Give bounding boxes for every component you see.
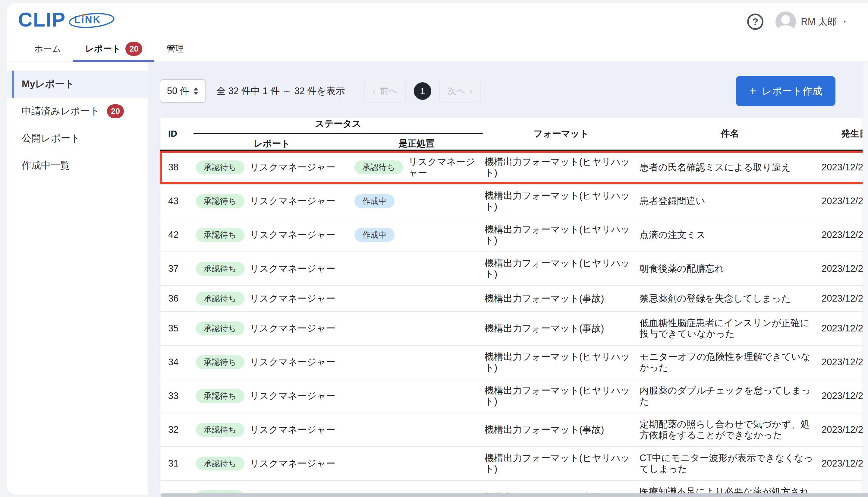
user-menu[interactable]: RM 太郎 ▼ [776, 12, 848, 32]
vertical-scrollbar-track[interactable] [863, 62, 868, 497]
cell-id: 37 [160, 258, 193, 280]
page-size-select[interactable]: 50 件 [160, 79, 206, 103]
cell-report-status: 承認待ち リスクマネージャー [193, 256, 350, 281]
sidebar-item-badge: 20 [107, 104, 124, 118]
help-icon[interactable]: ? [747, 14, 763, 30]
col-header-subject: 件名 [639, 128, 820, 140]
col-header-action: 是正処置 [350, 138, 483, 150]
app-header: CLIP LiNK ? RM 太郎 ▼ ホーム レポート 20 管理 [7, 3, 868, 62]
report-table-inner: ID ステータス レポート 是正処置 フォーマット 件名 発生日 38 承認待ち… [160, 118, 863, 493]
sidebar-item[interactable]: 作成中一覧 [7, 152, 148, 179]
cell-date: 2023/12/28 [820, 156, 863, 179]
action-actor: リスクマネージャー [408, 157, 483, 178]
prev-page-button[interactable]: ‹ 前へ [364, 80, 406, 102]
cell-subject: 内服薬のダブルチェックを怠ってしまった [639, 379, 820, 413]
table-row[interactable]: 31 承認待ち リスクマネージャー 機構出力フォーマット(ヒヤリハット) CT中… [160, 446, 863, 480]
table-row[interactable]: 42 承認待ち リスクマネージャー 作成中 機構出力フォーマット(ヒヤリハット)… [160, 218, 863, 252]
app-logo[interactable]: CLIP LiNK [18, 10, 116, 30]
sidebar-item-label: 作成中一覧 [22, 159, 70, 172]
nav-tab[interactable]: 管理 [154, 36, 196, 62]
logo-link-wrap: LiNK [68, 12, 116, 28]
cell-report-status: 承認待ち リスクマネージャー [193, 155, 350, 180]
cell-id: 33 [160, 385, 193, 407]
report-actor: リスクマネージャー [250, 162, 336, 173]
cell-date: 2023/12/28 [820, 418, 863, 441]
cell-id: 42 [160, 224, 193, 246]
report-actor: リスクマネージャー [250, 458, 336, 469]
cell-date: 2023/12/28 [820, 224, 863, 246]
cell-id: 43 [160, 190, 193, 212]
table-row[interactable]: 43 承認待ち リスクマネージャー 作成中 機構出力フォーマット(ヒヤリハット)… [160, 184, 863, 218]
cell-subject: 医療知識不足により必要な薬が処方されなかった [639, 481, 820, 493]
table-row[interactable]: 30 承認待ち リスクマネージャー 機構出力フォーマット(事故) 医療知識不足に… [160, 480, 863, 493]
cell-report-status: 承認待ち リスクマネージャー [193, 188, 350, 214]
current-page-button[interactable]: 1 [414, 82, 431, 100]
table-row[interactable]: 37 承認待ち リスクマネージャー 機構出力フォーマット(ヒヤリハット) 朝食後… [160, 252, 863, 285]
table-row[interactable]: 38 承認待ち リスクマネージャー 承認待ち リスクマネージャー 機構出力フォー… [160, 151, 863, 184]
table-row[interactable]: 34 承認待ち リスクマネージャー 機構出力フォーマット(ヒヤリハット) モニタ… [160, 345, 863, 379]
cell-report-status: 承認待ち リスクマネージャー [193, 316, 350, 341]
report-status-badge: 承認待ち [196, 292, 245, 306]
action-status-badge: 作成中 [354, 194, 395, 208]
report-status-badge: 承認待ち [196, 355, 245, 369]
nav-tab-label: ホーム [34, 43, 61, 55]
user-name: RM 太郎 [801, 15, 837, 28]
cell-subject: 患者登録間違い [639, 190, 820, 212]
cell-format: 機構出力フォーマット(事故) [483, 418, 639, 441]
nav-tab-badge: 20 [126, 42, 142, 56]
cell-action-status: 作成中 [350, 188, 483, 214]
report-status-badge: 承認待ち [196, 423, 245, 437]
sidebar-item[interactable]: 申請済みレポート 20 [7, 98, 148, 125]
cell-action-status [350, 390, 483, 402]
cell-date: 2023/12/28 [820, 190, 863, 212]
table-row[interactable]: 35 承認待ち リスクマネージャー 機構出力フォーマット(事故) 低血糖性脳症患… [160, 311, 863, 345]
cell-date: 2023/12/28 [820, 452, 863, 475]
sidebar: Myレポート 申請済みレポート 20 公開レポート 作成中一覧 [7, 62, 148, 495]
status-subheaders: レポート 是正処置 [193, 134, 483, 150]
next-page-button[interactable]: 次へ › [439, 80, 481, 102]
current-page-number: 1 [420, 86, 425, 96]
page-size-value: 50 件 [167, 85, 189, 97]
cell-format: 機構出力フォーマット(事故) [483, 317, 639, 340]
table-body: 38 承認待ち リスクマネージャー 承認待ち リスクマネージャー 機構出力フォー… [160, 151, 863, 493]
report-status-badge: 承認待ち [196, 228, 245, 242]
sidebar-item[interactable]: Myレポート [7, 71, 148, 98]
create-report-button[interactable]: + レポート作成 [736, 76, 836, 106]
logo-clip-text: CLIP [18, 10, 66, 30]
nav-tab[interactable]: レポート 20 [73, 36, 154, 62]
cell-action-status [350, 293, 483, 304]
sidebar-item[interactable]: 公開レポート [7, 125, 148, 152]
col-header-report: レポート [193, 138, 350, 150]
cell-action-status [350, 458, 483, 469]
nav-tab[interactable]: ホーム [22, 36, 73, 62]
avatar [776, 12, 796, 32]
cell-report-status: 承認待ち リスクマネージャー [193, 350, 350, 375]
report-status-badge: 承認待ち [196, 389, 245, 403]
report-actor: リスクマネージャー [250, 293, 336, 304]
cell-date: 2023/12/28 [820, 317, 863, 340]
cell-id: 34 [160, 351, 193, 373]
cell-format: 機構出力フォーマット(ヒヤリハット) [483, 379, 639, 413]
table-row[interactable]: 33 承認待ち リスクマネージャー 機構出力フォーマット(ヒヤリハット) 内服薬… [160, 379, 863, 413]
cell-subject: 禁忌薬剤の登録を失念してしまった [639, 287, 820, 310]
cell-action-status [350, 263, 483, 274]
help-glyph: ? [753, 16, 759, 27]
list-toolbar: 50 件 全 32 件中 1 件 ～ 32 件を表示 ‹ 前へ 1 次へ › +… [160, 76, 856, 106]
cell-date: 2023/12/28 [820, 385, 863, 407]
chevron-down-icon: ▼ [843, 19, 847, 24]
action-status-badge: 作成中 [354, 228, 395, 242]
table-row[interactable]: 32 承認待ち リスクマネージャー 機構出力フォーマット(事故) 定期配薬の照ら… [160, 413, 863, 446]
cell-subject: 定期配薬の照らし合わせで気づかず、処方依頼をすることができなかった [639, 413, 820, 446]
cell-report-status: 承認待ち リスクマネージャー [193, 417, 350, 442]
table-row[interactable]: 36 承認待ち リスクマネージャー 機構出力フォーマット(事故) 禁忌薬剤の登録… [160, 285, 863, 311]
pagination: ‹ 前へ 1 次へ › [364, 80, 481, 102]
prev-label: 前へ [380, 85, 398, 97]
chevron-right-icon: › [470, 86, 473, 96]
cell-report-status: 承認待ち リスクマネージャー [193, 485, 350, 493]
col-header-status: ステータス [193, 118, 483, 134]
cell-format: 機構出力フォーマット(ヒヤリハット) [483, 252, 639, 285]
report-status-badge: 承認待ち [196, 194, 245, 208]
horizontal-scrollbar[interactable] [161, 493, 868, 497]
cell-format: 機構出力フォーマット(ヒヤリハット) [483, 185, 639, 218]
cell-action-status [350, 424, 483, 436]
